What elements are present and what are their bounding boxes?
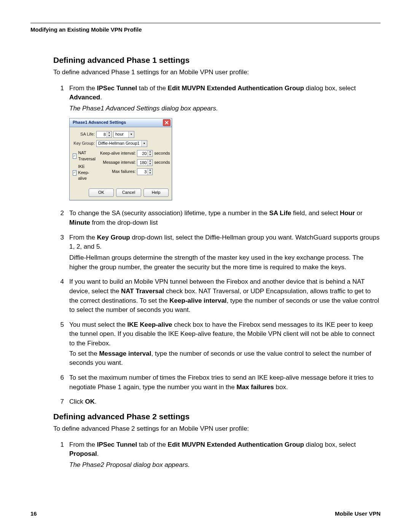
step-number: 2	[53, 209, 69, 227]
close-icon[interactable]	[163, 119, 170, 126]
step-number: 6	[53, 373, 69, 392]
phase1-intro: To define advanced Phase 1 settings for …	[30, 68, 381, 77]
step-number: 7	[53, 397, 69, 407]
phase2-step1-note: The Phase2 Proposal dialog box appears.	[69, 460, 381, 470]
step-number: 3	[53, 233, 69, 272]
phase1-dialog: Phase1 Advanced Settings SA Life: ▲▼	[69, 118, 172, 201]
sa-life-label: SA Life:	[73, 131, 95, 137]
phase2-step-1: From the IPSec Tunnel tab of the Edit MU…	[69, 440, 381, 470]
ike-keepalive-checkbox[interactable]: ✓	[73, 170, 76, 176]
key-group-label: Key Group:	[73, 141, 95, 147]
page-header: Modifying an Existing Mobile VPN Profile	[30, 26, 381, 33]
step-7: Click OK.	[69, 397, 381, 407]
step-number: 4	[53, 277, 69, 315]
max-failures-spinner[interactable]: ▲▼	[137, 168, 153, 175]
chevron-down-icon[interactable]: ▾	[141, 141, 147, 147]
ok-button[interactable]: OK	[89, 189, 114, 197]
step-3: From the Key Group drop-down list, selec…	[69, 233, 381, 272]
sa-life-spinner[interactable]: ▲▼	[96, 131, 112, 138]
step1-note: The Phase1 Advanced Settings dialog box …	[69, 104, 381, 113]
spin-up-icon[interactable]: ▲	[107, 131, 112, 134]
step-2: To change the SA (security association) …	[69, 209, 381, 227]
step-6: To set the maximum number of times the F…	[69, 373, 381, 392]
spin-down-icon[interactable]: ▼	[148, 163, 152, 166]
spin-up-icon[interactable]: ▲	[148, 150, 152, 153]
cancel-button[interactable]: Cancel	[116, 189, 141, 197]
phase2-intro: To define advanced Phase 2 settings for …	[30, 424, 381, 433]
spin-up-icon[interactable]: ▲	[148, 160, 152, 163]
sa-life-unit-select[interactable]: hour▾	[113, 131, 134, 138]
step-number: 1	[53, 440, 69, 470]
dialog-title: Phase1 Advanced Settings	[73, 120, 126, 126]
step-number: 5	[53, 320, 69, 368]
sa-life-input[interactable]	[97, 131, 107, 137]
step-number: 1	[53, 84, 69, 204]
step-4: If you want to build an Mobile VPN tunne…	[69, 277, 381, 315]
ike-keepalive-label: IKE Keep-alive	[78, 164, 97, 182]
doc-title-footer: Mobile User VPN	[335, 510, 381, 517]
phase2-heading: Defining advanced Phase 2 settings	[30, 412, 381, 421]
spin-down-icon[interactable]: ▼	[107, 134, 112, 137]
page-number: 16	[30, 510, 37, 517]
spin-down-icon[interactable]: ▼	[148, 153, 152, 157]
message-interval-label: Message interval:	[99, 160, 135, 166]
nat-traversal-checkbox[interactable]: ✓	[73, 153, 76, 159]
chevron-down-icon[interactable]: ▾	[128, 131, 134, 137]
help-button[interactable]: Help	[143, 189, 169, 197]
step-1: From the IPSec Tunnel tab of the Edit MU…	[69, 84, 381, 204]
key-group-select[interactable]: Diffie-Hellman Group1▾	[96, 140, 147, 147]
keepalive-interval-spinner[interactable]: ▲▼	[137, 150, 153, 157]
keepalive-interval-input[interactable]	[137, 150, 147, 157]
message-interval-input[interactable]	[137, 160, 147, 166]
message-interval-spinner[interactable]: ▲▼	[137, 159, 153, 166]
step-5: You must select the IKE Keep-alive check…	[69, 320, 381, 368]
spin-up-icon[interactable]: ▲	[148, 169, 152, 172]
spin-down-icon[interactable]: ▼	[148, 172, 152, 175]
max-failures-label: Max failures:	[99, 169, 135, 175]
max-failures-input[interactable]	[137, 169, 147, 175]
keepalive-interval-label: Keep-alive interval:	[99, 150, 135, 157]
nat-traversal-label: NAT Traversal	[78, 150, 97, 162]
phase1-heading: Defining advanced Phase 1 settings	[30, 56, 381, 65]
